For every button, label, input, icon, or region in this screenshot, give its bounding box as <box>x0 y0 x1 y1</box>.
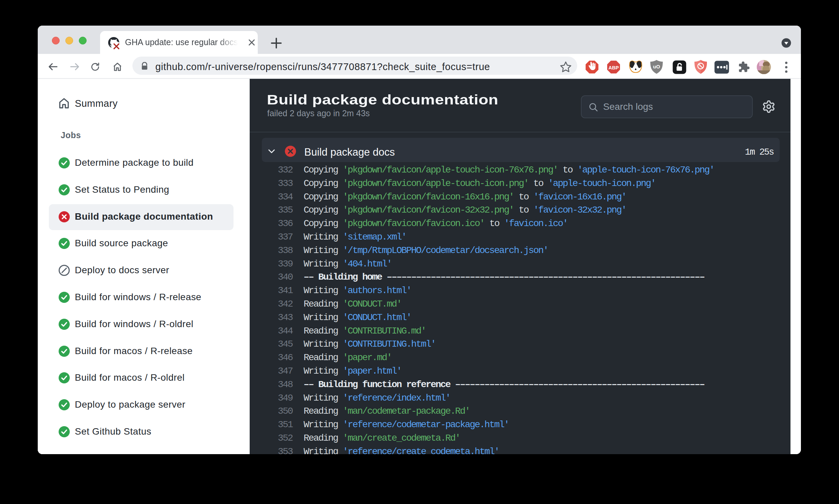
svg-text:ABP: ABP <box>608 65 619 70</box>
svg-text:uO: uO <box>653 64 660 69</box>
